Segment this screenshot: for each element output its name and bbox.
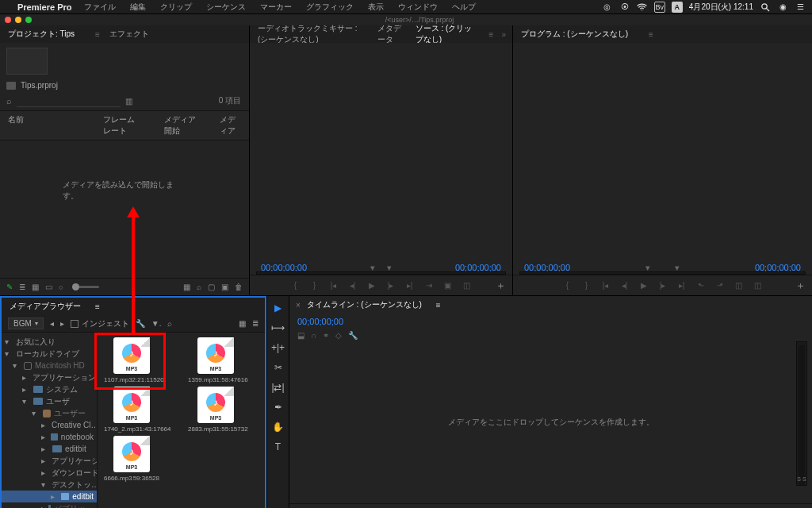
menu-clip[interactable]: クリップ <box>159 0 193 14</box>
input-source-icon[interactable]: A <box>672 2 683 13</box>
mark-in-icon[interactable]: { <box>562 281 573 290</box>
mark-in-icon[interactable]: { <box>290 281 301 290</box>
media-item[interactable]: ♪MP3 1107.mp32:21:11520 <box>102 337 161 383</box>
spotlight-icon[interactable] <box>760 2 771 13</box>
mark-out-icon[interactable]: } <box>581 281 592 290</box>
export-frame-icon[interactable]: ◫ <box>733 281 745 290</box>
ingest-checkbox[interactable]: インジェスト <box>71 318 129 329</box>
slip-tool-icon[interactable]: |⇄| <box>271 380 285 394</box>
tree-folder[interactable]: ▸アプリケーシ… <box>2 455 97 467</box>
step-back-icon[interactable]: ◂| <box>619 281 630 290</box>
button-editor-icon[interactable]: ＋ <box>496 279 506 293</box>
panel-menu-icon[interactable]: ≡ <box>649 30 653 39</box>
siri-icon[interactable]: ◉ <box>777 2 788 13</box>
play-icon[interactable]: ▶ <box>638 281 649 290</box>
menu-graphic[interactable]: グラフィック <box>304 0 355 14</box>
col-media-start[interactable]: メディア開始 <box>164 114 196 137</box>
find-icon[interactable]: ⌕ <box>197 283 201 291</box>
menu-edit[interactable]: 編集 <box>128 0 147 14</box>
tab-project[interactable]: プロジェクト: Tips <box>6 27 84 41</box>
wifi-icon[interactable] <box>637 2 648 13</box>
lift-icon[interactable]: ⬑ <box>695 281 707 290</box>
go-in-icon[interactable]: |◂ <box>328 281 339 290</box>
bin-filter-icon[interactable]: ▥ <box>125 97 132 106</box>
zoom-window-button[interactable] <box>25 17 32 23</box>
panel-menu-icon[interactable]: ≡ <box>95 302 100 311</box>
status-icon[interactable]: ◎ <box>602 2 613 13</box>
tree-local-drives[interactable]: ▾ローカルドライブ <box>2 348 97 360</box>
menu-window[interactable]: ウィンドウ <box>396 0 439 14</box>
tree-folder[interactable]: ▾ユーザー <box>2 407 97 419</box>
settings-icon[interactable]: 🔧 <box>348 331 358 340</box>
panel-menu-icon[interactable]: ≡ <box>489 30 494 39</box>
minimize-window-button[interactable] <box>15 17 21 23</box>
tree-folder[interactable]: ▸アプリケーション <box>2 371 97 383</box>
step-fwd-icon[interactable]: |▸ <box>385 281 396 290</box>
tab-timeline[interactable]: タイムライン : (シーケンスなし) <box>305 298 431 312</box>
col-name[interactable]: 名前 <box>8 114 79 137</box>
auto-sequence-icon[interactable]: ▦ <box>183 283 190 291</box>
media-item[interactable]: ♪MP3 1740_2.mp31:43:17664 <box>102 387 161 433</box>
battery-icon[interactable]: Bv <box>654 2 665 13</box>
list-view-icon[interactable]: ≣ <box>19 283 25 291</box>
menu-view[interactable]: 表示 <box>366 0 385 14</box>
step-back-icon[interactable]: ◂| <box>347 281 358 290</box>
app-name[interactable]: Premiere Pro <box>17 2 71 12</box>
col-framerate[interactable]: フレームレート <box>103 114 140 137</box>
tree-folder[interactable]: ▸パブリッ… <box>2 502 97 508</box>
zoom-out-icon[interactable]: ○ <box>59 283 63 291</box>
tab-program[interactable]: プログラム : (シーケンスなし) <box>519 27 638 41</box>
new-item-icon[interactable]: ▣ <box>221 283 228 291</box>
filter-icon[interactable]: ▼. <box>151 319 162 328</box>
write-enable-icon[interactable]: ✎ <box>6 283 13 291</box>
type-tool-icon[interactable]: T <box>271 440 285 454</box>
menubar-datetime[interactable]: 4月20日(火) 12:11 <box>689 2 753 13</box>
export-frame-icon[interactable]: ◫ <box>462 281 473 290</box>
overwrite-icon[interactable]: ▣ <box>442 281 454 290</box>
media-item[interactable]: ♪MP3 1359.mp31:58:47616 <box>186 337 245 383</box>
play-icon[interactable]: ▶ <box>366 281 377 290</box>
insert-icon[interactable]: ⇥ <box>423 281 435 290</box>
freeform-view-icon[interactable]: ▭ <box>45 283 52 291</box>
icon-view-icon[interactable]: ▦ <box>32 283 39 291</box>
tree-folder[interactable]: ▸editbit <box>2 443 97 455</box>
media-item[interactable]: ♪MP3 2883.mp31:55:15732 <box>186 387 245 433</box>
wrench-icon[interactable]: 🔧 <box>136 319 145 328</box>
menu-file[interactable]: ファイル <box>82 0 117 14</box>
tree-folder[interactable]: ▾ユーザ <box>2 395 97 407</box>
tab-media-browser[interactable]: メディアブラウザー <box>8 299 90 314</box>
pen-tool-icon[interactable]: ✒ <box>271 400 285 414</box>
timeline-close-icon[interactable]: × <box>296 301 301 310</box>
menu-marker[interactable]: マーカー <box>259 0 293 14</box>
thumbnail-size-slider[interactable] <box>72 286 99 288</box>
tree-folder[interactable]: ▸ダウンロード <box>2 467 97 479</box>
step-fwd-icon[interactable]: |▸ <box>657 281 668 290</box>
notification-center-icon[interactable]: ☰ <box>795 2 806 13</box>
tree-favorites[interactable]: ▾お気に入り <box>2 336 97 348</box>
delete-icon[interactable]: 🗑 <box>235 283 243 291</box>
go-out-icon[interactable]: ▸| <box>404 281 416 290</box>
hand-tool-icon[interactable]: ✋ <box>271 420 285 434</box>
link-icon[interactable]: ⚭ <box>323 331 329 340</box>
selection-tool-icon[interactable]: ▶ <box>271 301 285 315</box>
tree-folder-selected[interactable]: ▸editbit <box>2 491 97 502</box>
panel-menu-icon[interactable]: ≡ <box>95 30 100 39</box>
extract-icon[interactable]: ⬏ <box>714 281 726 290</box>
list-view-icon[interactable]: ≣ <box>252 319 259 328</box>
project-search-input[interactable] <box>17 94 121 107</box>
go-in-icon[interactable]: |◂ <box>600 281 611 290</box>
close-window-button[interactable] <box>5 17 11 23</box>
search-icon[interactable]: ⌕ <box>167 319 172 328</box>
nest-icon[interactable]: ⬓ <box>297 331 304 340</box>
razor-tool-icon[interactable]: ✂ <box>271 360 285 375</box>
ripple-edit-tool-icon[interactable]: +|+ <box>271 341 285 355</box>
compare-icon[interactable]: ◫ <box>753 281 764 290</box>
media-item[interactable]: ♪MP3 6666.mp359:36528 <box>102 436 161 482</box>
media-folder-dropdown[interactable]: BGM▾ <box>8 318 44 329</box>
menu-help[interactable]: ヘルプ <box>450 0 477 14</box>
marker-icon[interactable]: ◇ <box>335 331 342 340</box>
button-editor-icon[interactable]: ＋ <box>795 279 806 293</box>
menu-sequence[interactable]: シーケンス <box>205 0 247 14</box>
track-select-tool-icon[interactable]: ⟼ <box>271 321 285 335</box>
new-bin-icon[interactable]: ▢ <box>208 283 215 291</box>
